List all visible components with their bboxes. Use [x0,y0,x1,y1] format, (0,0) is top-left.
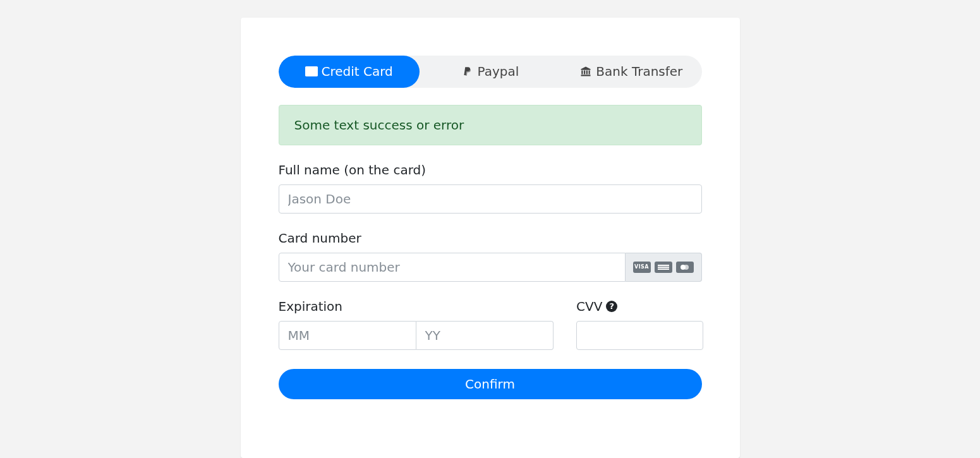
cvv-input[interactable] [576,321,703,350]
visa-icon: VISA [633,262,651,273]
svg-rect-0 [305,67,317,76]
tab-paypal[interactable]: Paypal [420,56,560,88]
tab-credit-card-label: Credit Card [322,62,393,81]
card-brand-icons: VISA [626,253,702,282]
full-name-input[interactable] [279,184,702,214]
exp-cvv-row: Expiration CVV ? [279,297,702,350]
expiration-year-input[interactable] [416,321,554,350]
cvv-group: CVV ? [576,297,703,350]
expiration-month-input[interactable] [279,321,416,350]
full-name-group: Full name (on the card) [279,160,702,214]
expiration-group: Expiration [279,297,554,350]
payment-method-tabs: Credit Card Paypal [279,56,702,88]
card-number-input[interactable] [279,253,626,282]
card-number-group: Card number VISA [279,229,702,282]
expiration-label: Expiration [279,297,554,316]
svg-rect-9 [658,267,669,268]
paypal-icon [461,65,474,78]
credit-card-icon [305,65,318,78]
full-name-label: Full name (on the card) [279,160,702,179]
cvv-help-icon[interactable]: ? [606,301,617,312]
svg-rect-3 [582,71,583,75]
tab-bank-transfer-label: Bank Transfer [596,62,682,81]
svg-rect-5 [586,71,588,75]
svg-rect-1 [305,69,318,71]
card-number-label: Card number [279,229,702,248]
svg-rect-8 [658,265,669,266]
svg-rect-4 [584,71,585,75]
svg-rect-6 [589,71,590,75]
cvv-label: CVV [576,297,602,316]
confirm-button[interactable]: Confirm [279,369,702,399]
svg-rect-2 [306,73,311,75]
tab-bank-transfer[interactable]: Bank Transfer [560,56,701,88]
tab-credit-card[interactable]: Credit Card [279,56,420,88]
svg-rect-7 [581,75,591,76]
amex-icon [655,262,672,273]
bank-icon [579,65,592,78]
tab-paypal-label: Paypal [478,62,519,81]
status-alert-text: Some text success or error [294,118,464,133]
payment-card: Credit Card Paypal [241,18,740,458]
svg-rect-10 [658,268,669,270]
status-alert: Some text success or error [279,105,702,145]
mastercard-icon [676,262,694,273]
